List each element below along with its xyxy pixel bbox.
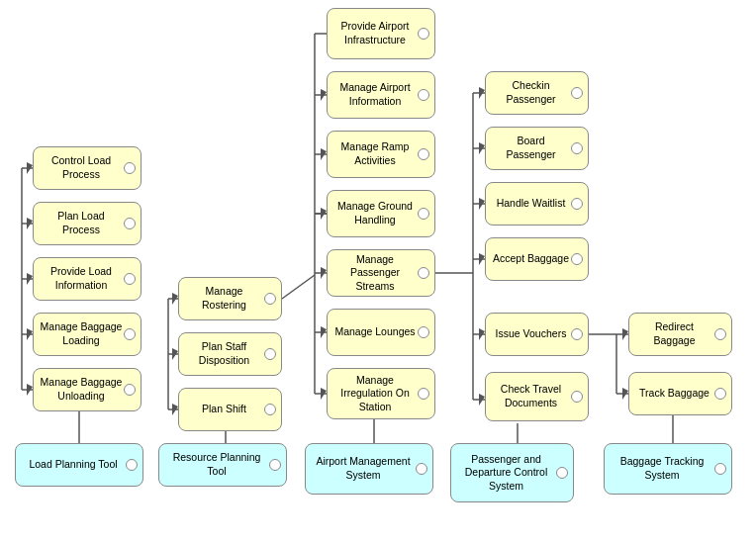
control-load-process[interactable]: Control Load Process (33, 146, 142, 190)
accept-baggage[interactable]: Accept Baggage (485, 237, 589, 281)
manage-airport-info-label: Manage Airport Information (333, 81, 428, 108)
manage-rostering-label: Manage Rostering (185, 285, 275, 312)
track-baggage[interactable]: Track Baggage (628, 372, 732, 415)
handle-waitlist-label: Handle Waitlist (497, 197, 578, 211)
manage-passenger-streams[interactable]: Manage Passenger Streams (327, 249, 435, 297)
baggage-tracking-system[interactable]: Baggage Tracking System (604, 443, 732, 495)
manage-baggage-unloading[interactable]: Manage Baggage Unloading (33, 368, 142, 411)
check-travel-documents[interactable]: Check Travel Documents (485, 372, 589, 421)
manage-baggage-loading[interactable]: Manage Baggage Loading (33, 313, 142, 356)
baggage-tracking-label: Baggage Tracking System (611, 455, 725, 482)
manage-irregulation[interactable]: Manage Irregulation On Station (327, 368, 435, 419)
manage-lounges[interactable]: Manage Lounges (327, 309, 435, 356)
check-travel-label: Check Travel Documents (492, 383, 582, 409)
redirect-baggage[interactable]: Redirect Baggage (628, 313, 732, 356)
provide-airport-label: Provide Airport Infrastructure (333, 20, 428, 46)
resource-planning-tool[interactable]: Resource Planning Tool (158, 443, 287, 487)
manage-baggage-loading-label: Manage Baggage Loading (40, 320, 135, 347)
checkin-passenger[interactable]: Checkin Passenger (485, 71, 589, 115)
manage-rostering[interactable]: Manage Rostering (178, 277, 282, 320)
load-planning-tool-label: Load Planning Tool (29, 458, 129, 472)
airport-management-label: Airport Management System (312, 455, 426, 482)
plan-shift[interactable]: Plan Shift (178, 388, 282, 431)
airport-management-system[interactable]: Airport Management System (305, 443, 433, 495)
accept-baggage-label: Accept Baggage (493, 252, 581, 266)
plan-staff-disposition[interactable]: Plan Staff Disposition (178, 332, 282, 376)
provide-airport-infrastructure[interactable]: Provide Airport Infrastructure (327, 8, 435, 59)
manage-airport-information[interactable]: Manage Airport Information (327, 71, 435, 119)
manage-ground-handling[interactable]: Manage Ground Handling (327, 190, 435, 237)
svg-line-53 (282, 275, 315, 299)
control-load-label: Control Load Process (40, 154, 135, 181)
checkin-passenger-label: Checkin Passenger (492, 79, 582, 106)
redirect-baggage-label: Redirect Baggage (635, 320, 725, 347)
diagram: Provide Airport Infrastructure Manage Ai… (0, 0, 756, 543)
provide-load-information[interactable]: Provide Load Information (33, 257, 142, 301)
manage-irregulation-label: Manage Irregulation On Station (333, 374, 428, 414)
plan-shift-label: Plan Shift (202, 403, 258, 416)
provide-load-info-label: Provide Load Information (40, 265, 135, 292)
plan-load-process[interactable]: Plan Load Process (33, 202, 142, 245)
manage-ramp-activities[interactable]: Manage Ramp Activities (327, 131, 435, 178)
manage-passenger-streams-label: Manage Passenger Streams (333, 253, 428, 294)
plan-staff-label: Plan Staff Disposition (185, 340, 275, 367)
issue-vouchers[interactable]: Issue Vouchers (485, 313, 589, 356)
resource-planning-tool-label: Resource Planning Tool (165, 451, 280, 478)
board-passenger[interactable]: Board Passenger (485, 127, 589, 170)
load-planning-tool[interactable]: Load Planning Tool (15, 443, 143, 487)
track-baggage-label: Track Baggage (639, 387, 721, 401)
passenger-departure-label: Passenger and Departure Control System (457, 453, 567, 494)
manage-lounges-label: Manage Lounges (334, 325, 426, 339)
manage-ramp-label: Manage Ramp Activities (333, 140, 428, 167)
issue-vouchers-label: Issue Vouchers (496, 327, 579, 341)
plan-load-label: Plan Load Process (40, 210, 135, 236)
handle-waitlist[interactable]: Handle Waitlist (485, 182, 589, 226)
passenger-departure-control[interactable]: Passenger and Departure Control System (450, 443, 574, 502)
board-passenger-label: Board Passenger (492, 135, 582, 161)
manage-ground-label: Manage Ground Handling (333, 200, 428, 226)
manage-baggage-unloading-label: Manage Baggage Unloading (40, 376, 135, 403)
